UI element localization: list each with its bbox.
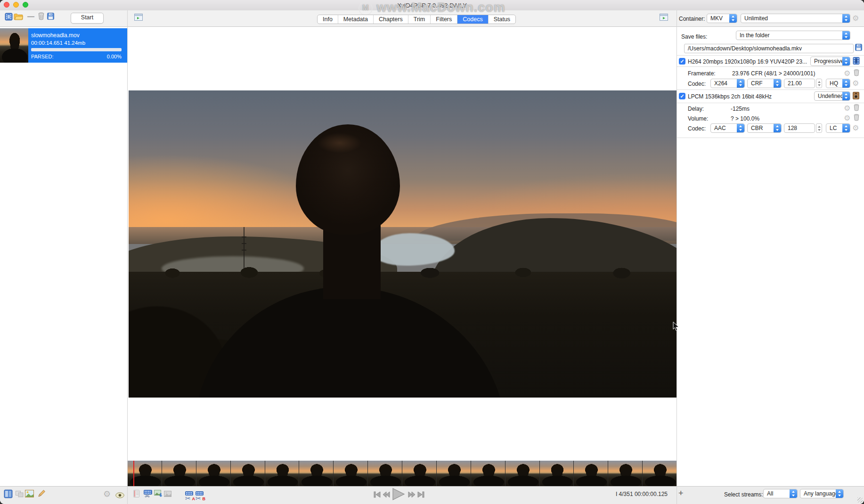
- save-path-icon[interactable]: [855, 44, 862, 53]
- filmstrip-thumb[interactable]: [437, 461, 471, 486]
- audio-codec-gear-icon[interactable]: ⚙: [852, 124, 859, 132]
- video-codec-dropdown[interactable]: X264: [710, 79, 745, 88]
- compare-frames-icon[interactable]: [164, 490, 171, 499]
- delay-trash-icon[interactable]: [854, 104, 859, 113]
- filmstrip-thumb[interactable]: [368, 461, 402, 486]
- volume-trash-icon[interactable]: [854, 114, 859, 123]
- chevron-updown-icon: [842, 31, 850, 40]
- container-settings-gear-icon[interactable]: ⚙: [852, 15, 859, 22]
- open-folder-icon[interactable]: [14, 13, 23, 22]
- remove-file-icon[interactable]: —: [27, 12, 34, 20]
- filmstrip-thumb[interactable]: [402, 461, 436, 486]
- language-filter-dropdown[interactable]: Any language: [800, 489, 844, 498]
- audio-bitrate-stepper[interactable]: [816, 123, 822, 133]
- save-files-label: Save files:: [681, 33, 707, 40]
- chevron-updown-icon: [729, 14, 737, 23]
- preview-settings-gear-icon[interactable]: ⚙: [103, 490, 111, 498]
- resize-grip[interactable]: [857, 497, 863, 503]
- chevron-updown-icon: [842, 124, 850, 132]
- filmstrip-thumb[interactable]: [608, 461, 642, 486]
- audio-stream-summary: LPCM 1536kbps 2ch 16bit 48kHz: [688, 93, 772, 100]
- filmstrip-thumb[interactable]: [299, 461, 333, 486]
- toggle-right-panel-icon[interactable]: [660, 14, 668, 23]
- audio-ratemode-dropdown[interactable]: CBR: [747, 123, 782, 133]
- framerate-gear-icon[interactable]: ⚙: [844, 70, 850, 77]
- cut-b-letter: B: [203, 496, 206, 501]
- add-file-icon[interactable]: [5, 13, 13, 23]
- filmstrip[interactable]: [128, 461, 677, 486]
- dual-view-icon[interactable]: [16, 491, 24, 499]
- filmstrip-thumb[interactable]: [196, 461, 230, 486]
- video-quality-field[interactable]: 21.00: [784, 79, 815, 88]
- volume-value: ? > 100.0%: [731, 115, 759, 122]
- video-codec-label: Codec:: [688, 81, 706, 87]
- filmstrip-thumb[interactable]: [505, 461, 539, 486]
- start-button[interactable]: Start: [71, 13, 104, 24]
- video-ratemode-dropdown[interactable]: CRF: [747, 79, 782, 88]
- filmstrip-thumb[interactable]: [643, 461, 677, 486]
- fast-forward-button[interactable]: [408, 491, 416, 500]
- video-quality-stepper[interactable]: [816, 79, 822, 88]
- file-status-value: 0.00%: [31, 54, 122, 59]
- chevron-updown-icon: [842, 14, 850, 23]
- add-stream-button[interactable]: +: [678, 488, 684, 498]
- filmstrip-thumb[interactable]: [128, 461, 162, 486]
- window-title: XviD4PSP 7.0.492 DAILY: [0, 2, 864, 9]
- audio-codec-dropdown[interactable]: AAC: [710, 123, 745, 133]
- filmstrip-thumb[interactable]: [265, 461, 299, 486]
- cut-start-icon[interactable]: ✂ A: [185, 489, 194, 500]
- file-list-item[interactable]: slowmoheadla.mov 00:00:14.651 41.24mb PA…: [0, 28, 128, 63]
- tab-trim[interactable]: Trim: [408, 15, 431, 24]
- edit-pencil-icon[interactable]: [38, 489, 46, 499]
- audio-bitrate-field[interactable]: 128: [784, 123, 815, 133]
- play-button[interactable]: [391, 488, 406, 503]
- filmstrip-thumb[interactable]: [471, 461, 505, 486]
- scissors-icon: ✂: [196, 495, 201, 502]
- cut-end-icon[interactable]: ✂ B: [196, 489, 204, 500]
- filmstrip-thumb[interactable]: [162, 461, 196, 486]
- filmstrip-thumb[interactable]: [231, 461, 265, 486]
- file-list-view-icon[interactable]: [4, 489, 13, 500]
- tab-metadata[interactable]: Metadata: [338, 15, 373, 24]
- filmstrip-thumb[interactable]: [540, 461, 574, 486]
- tab-codecs[interactable]: Codecs: [457, 15, 488, 24]
- framerate-trash-icon[interactable]: [854, 69, 859, 78]
- tab-info[interactable]: Info: [318, 15, 338, 24]
- audio-language-dropdown[interactable]: Undefined: [814, 91, 850, 101]
- scan-type-dropdown[interactable]: Progressive: [810, 57, 850, 66]
- playhead-marker[interactable]: [133, 461, 134, 486]
- tab-status[interactable]: Status: [488, 15, 515, 24]
- framerate-value: 23.976 CFR (48/1 > 24000/1001): [732, 70, 815, 77]
- container-profile-dropdown[interactable]: Unlimited: [741, 14, 850, 23]
- save-mode-dropdown[interactable]: In the folder: [736, 31, 850, 40]
- report-icon[interactable]: [133, 490, 139, 499]
- audio-stream-checkbox[interactable]: ✓: [679, 93, 685, 99]
- tab-chapters[interactable]: Chapters: [373, 15, 408, 24]
- audio-profile-dropdown[interactable]: LC: [826, 123, 850, 133]
- skip-start-button[interactable]: [374, 491, 381, 500]
- video-preset-dropdown[interactable]: HQ: [826, 79, 850, 88]
- preview-eye-icon[interactable]: [115, 492, 124, 500]
- volume-gear-icon[interactable]: ⚙: [844, 114, 850, 122]
- video-stream-checkbox[interactable]: ✓: [679, 58, 685, 65]
- container-format-dropdown[interactable]: MKV: [707, 14, 737, 23]
- video-codec-gear-icon[interactable]: ⚙: [852, 80, 859, 87]
- save-path-field[interactable]: [684, 44, 854, 53]
- chevron-updown-icon: [774, 79, 781, 88]
- trim-filmstrip-icon[interactable]: [144, 490, 152, 499]
- filmstrip-thumb[interactable]: [334, 461, 367, 486]
- tab-filters[interactable]: Filters: [430, 15, 457, 24]
- left-panel-divider: [127, 10, 128, 504]
- skip-end-button[interactable]: [417, 491, 424, 500]
- save-icon[interactable]: [47, 13, 54, 22]
- audio-codec-label: Codec:: [688, 125, 706, 132]
- filmstrip-thumb[interactable]: [574, 461, 608, 486]
- save-frame-icon[interactable]: [154, 490, 163, 499]
- trash-icon[interactable]: [38, 12, 44, 22]
- file-meta: 00:00:14.651 41.24mb: [31, 40, 85, 46]
- streams-filter-dropdown[interactable]: All: [763, 489, 798, 498]
- delay-gear-icon[interactable]: ⚙: [844, 105, 850, 112]
- toggle-left-panel-icon[interactable]: [134, 14, 143, 23]
- preview-image-icon[interactable]: [25, 490, 34, 499]
- rewind-button[interactable]: [383, 491, 390, 500]
